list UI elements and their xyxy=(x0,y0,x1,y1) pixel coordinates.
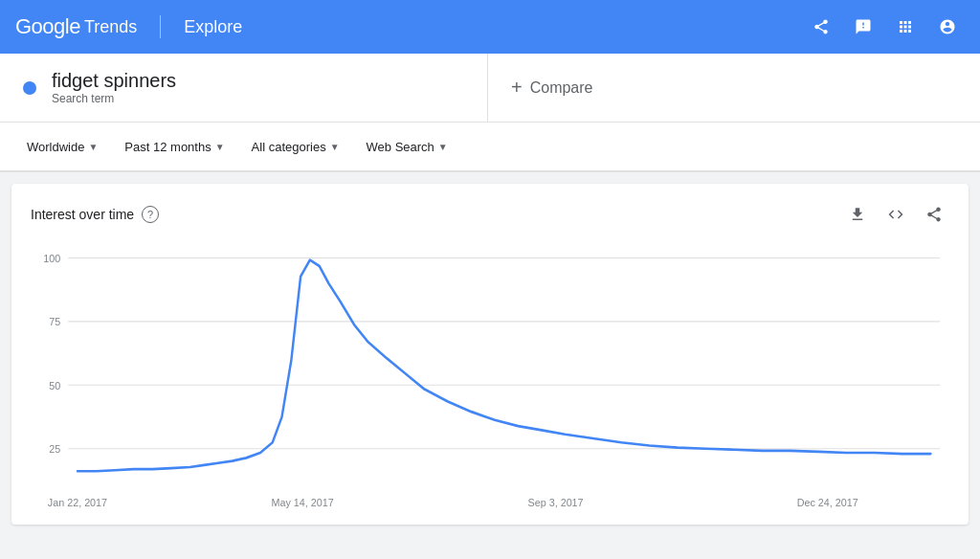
compare-label: Compare xyxy=(530,79,593,97)
region-label: Worldwide xyxy=(27,140,84,154)
svg-text:Jan 22, 2017: Jan 22, 2017 xyxy=(48,496,107,508)
trend-chart-container: 100 75 50 25 Jan 22, 2017 May 14, 2017 S… xyxy=(31,237,949,525)
svg-text:Dec 24, 2017: Dec 24, 2017 xyxy=(797,496,858,508)
search-term-box: fidget spinners Search term xyxy=(0,54,488,122)
chart-section: Interest over time ? xyxy=(11,184,969,525)
search-type-label: Web Search xyxy=(367,140,434,154)
trend-chart-svg: 100 75 50 25 Jan 22, 2017 May 14, 2017 S… xyxy=(31,237,949,525)
region-dropdown-arrow: ▼ xyxy=(88,142,98,152)
app-header: Google Trends Explore xyxy=(0,0,980,54)
chart-header: Interest over time ? xyxy=(31,199,949,230)
google-trends-logo: Google Trends xyxy=(15,14,137,39)
time-range-filter[interactable]: Past 12 months ▼ xyxy=(113,132,235,162)
search-type-filter[interactable]: Web Search ▼ xyxy=(355,132,459,162)
trends-wordmark: Trends xyxy=(84,17,137,37)
svg-text:50: 50 xyxy=(49,379,60,391)
compare-box[interactable]: + Compare xyxy=(488,54,980,122)
google-wordmark: Google xyxy=(15,14,80,39)
categories-label: All categories xyxy=(252,140,326,154)
region-filter[interactable]: Worldwide ▼ xyxy=(15,132,109,162)
search-area: fidget spinners Search term + Compare xyxy=(0,54,980,123)
search-term-type: Search term xyxy=(52,92,176,105)
header-divider xyxy=(160,15,161,38)
svg-text:75: 75 xyxy=(49,316,60,328)
account-icon[interactable] xyxy=(930,10,965,44)
help-icon-label: ? xyxy=(147,209,153,220)
search-term: fidget spinners xyxy=(52,70,176,92)
help-icon[interactable]: ? xyxy=(142,206,159,223)
categories-filter[interactable]: All categories ▼ xyxy=(240,132,351,162)
time-range-dropdown-arrow: ▼ xyxy=(215,142,225,152)
search-type-dropdown-arrow: ▼ xyxy=(438,142,448,152)
apps-icon[interactable] xyxy=(888,10,923,44)
search-dot-indicator xyxy=(23,81,36,95)
explore-label: Explore xyxy=(184,17,242,37)
compare-plus-icon: + xyxy=(511,77,523,99)
time-range-label: Past 12 months xyxy=(124,140,211,154)
svg-text:Sep 3, 2017: Sep 3, 2017 xyxy=(528,496,584,508)
chart-title-area: Interest over time ? xyxy=(31,206,159,223)
embed-button[interactable] xyxy=(880,199,911,230)
feedback-icon[interactable] xyxy=(846,10,880,44)
chart-actions xyxy=(842,199,949,230)
categories-dropdown-arrow: ▼ xyxy=(330,142,340,152)
download-button[interactable] xyxy=(842,199,873,230)
svg-text:25: 25 xyxy=(49,443,60,456)
share-chart-button[interactable] xyxy=(919,199,949,230)
svg-text:May 14, 2017: May 14, 2017 xyxy=(271,496,333,508)
share-icon[interactable] xyxy=(804,10,838,44)
search-term-text: fidget spinners Search term xyxy=(52,70,176,105)
filters-bar: Worldwide ▼ Past 12 months ▼ All categor… xyxy=(0,123,980,172)
header-icons xyxy=(804,10,965,44)
chart-title: Interest over time xyxy=(31,207,134,222)
svg-text:100: 100 xyxy=(43,252,60,264)
header-left: Google Trends Explore xyxy=(15,14,242,39)
